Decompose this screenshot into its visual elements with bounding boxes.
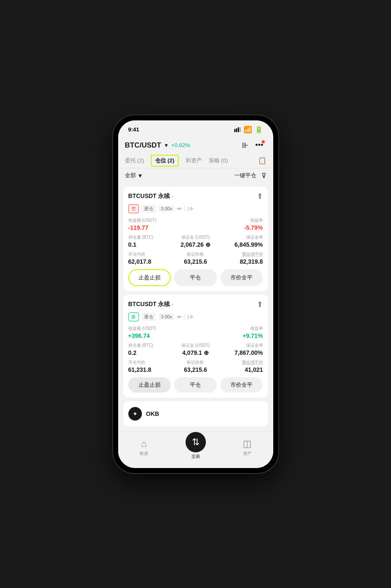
okb-icon-symbol: ✦ — [133, 410, 138, 417]
pnl-label-2: 收益额 (USDT) — [128, 326, 172, 332]
pair-arrow: ▼ — [164, 142, 169, 148]
pnl-value-2: +396.74 — [128, 332, 172, 339]
nav-trade-label: 交易 — [191, 454, 200, 460]
position-card-1: BTCUSDT 永续 › ⬆ 空 逐仓 3.00x ✏ | ⊪ 收益额 (USD… — [123, 187, 268, 291]
margin-rate-cell-1: 保证金率 6,845.99% — [219, 234, 263, 248]
liq-price-value-2: 41,021 — [219, 366, 263, 373]
stop-profit-loss-button-2[interactable]: 止盈止损 — [128, 377, 171, 393]
rate-label-2: 收益率 — [219, 326, 263, 332]
history-icon[interactable]: 📋 — [258, 157, 266, 164]
positions-content: BTCUSDT 永续 › ⬆ 空 逐仓 3.00x ✏ | ⊪ 收益额 (USD… — [118, 183, 273, 432]
close-position-button-1[interactable]: 平仓 — [174, 269, 217, 286]
action-buttons-1: 止盈止损 平仓 市价全平 — [128, 269, 263, 286]
margin-value-2: 4,079.1 ⊕ — [174, 349, 217, 356]
tabs-right: 📋 — [258, 156, 266, 164]
pnl-label-1: 收益额 (USDT) — [128, 217, 172, 223]
pnl-cell-2: 收益额 (USDT) +396.74 — [128, 326, 172, 339]
tab-assets[interactable]: 和资产 — [186, 153, 202, 168]
liq-price-label-1: 预估强平价 — [219, 251, 263, 257]
tags-row-2: 多 逐仓 3.00x ✏ | ⊪ — [128, 312, 263, 321]
signal-icon — [234, 127, 241, 132]
margin-rate-cell-2: 保证金率 7,867.00% — [219, 343, 263, 356]
svg-rect-1 — [236, 128, 237, 132]
card-title-1[interactable]: BTCUSDT 永续 — [128, 192, 170, 200]
close-position-button-2[interactable]: 平仓 — [174, 377, 217, 393]
market-close-button-1[interactable]: 市价全平 — [220, 269, 263, 286]
nav-trade-icon: ⇅ — [192, 437, 200, 448]
nav-item-exchange[interactable]: ⌂ 欧易 — [118, 438, 170, 457]
wifi-icon: 📶 — [244, 125, 252, 134]
margin-rate-label-2: 保证金率 — [219, 343, 263, 348]
liq-price-cell-2: 预估强平价 41,021 — [219, 359, 263, 373]
leverage-edit-icon-1[interactable]: ✏ — [177, 206, 182, 212]
mark-price-cell-1: 标记价格 63,215.6 — [174, 251, 217, 265]
rate-value-1: -5.79% — [219, 224, 263, 231]
filter-all[interactable]: 全部 ▼ — [125, 172, 143, 179]
card-header-left-1: BTCUSDT 永续 › — [128, 192, 173, 200]
card-title-2[interactable]: BTCUSDT 永续 — [128, 301, 170, 308]
battery-icon: 🔋 — [255, 125, 263, 134]
card-export-icon-1[interactable]: ⬆ — [257, 192, 263, 201]
direction-tag-1: 空 — [128, 204, 139, 213]
chart-icon[interactable]: ⊪ — [242, 141, 249, 150]
tag-info-2: | ⊪ — [187, 314, 194, 320]
action-buttons-2: 止盈止损 平仓 市价全平 — [128, 377, 263, 393]
mark-price-value-2: 63,215.6 — [174, 366, 217, 373]
open-price-label-1: 开仓均价 — [128, 251, 172, 257]
phone-screen: 9:41 📶 🔋 BTC/USDT ▼ +0.62% ⊪ — [118, 120, 273, 468]
okb-section[interactable]: ✦ OKB — [123, 401, 268, 426]
one-click-close-button[interactable]: 一键平仓 — [234, 172, 256, 179]
mode-tag-2: 逐仓 — [141, 313, 156, 321]
filter-all-label: 全部 — [125, 172, 136, 179]
status-time: 9:41 — [128, 126, 139, 133]
pnl-spacer-2 — [174, 326, 217, 339]
pnl-value-1: -119.77 — [128, 224, 172, 231]
holdings-label-1: 持仓量 (BTC) — [128, 234, 172, 240]
leverage-tag-1: 3.00x — [158, 205, 175, 212]
leverage-edit-icon-2[interactable]: ✏ — [177, 314, 182, 320]
open-price-cell-1: 开仓均价 62,017.8 — [128, 251, 172, 265]
rate-label-1: 收益率 — [219, 217, 263, 223]
mark-price-value-1: 63,215.6 — [174, 258, 217, 265]
nav-exchange-label: 欧易 — [140, 451, 148, 457]
market-close-button-2[interactable]: 市价全平 — [220, 377, 263, 393]
margin-cell-2: 保证金 (USDT) 4,079.1 ⊕ — [174, 343, 217, 356]
stop-profit-loss-button-1[interactable]: 止盈止损 — [128, 269, 171, 286]
tag-separator-1 — [184, 206, 185, 212]
position-card-2: BTCUSDT 永续 › ⬆ 多 逐仓 3.00x ✏ | ⊪ 收益额 (USD… — [123, 295, 268, 398]
tab-positions[interactable]: 仓位 (2) — [151, 155, 179, 167]
price-change: +0.62% — [171, 142, 190, 148]
status-bar: 9:41 📶 🔋 — [118, 120, 273, 139]
header: BTC/USDT ▼ +0.62% ⊪ ••• — [118, 139, 273, 153]
trading-pair[interactable]: BTC/USDT — [125, 141, 161, 150]
data-grid-2: 收益额 (USDT) +396.74 收益率 +9.71% 持仓量 (BTC) … — [128, 326, 263, 373]
direction-tag-2: 多 — [128, 312, 139, 321]
margin-cell-1: 保证金 (USDT) 2,067.26 ⊕ — [174, 234, 217, 248]
tag-separator-2 — [184, 314, 185, 320]
liq-price-label-2: 预估强平价 — [219, 359, 263, 365]
margin-label-2: 保证金 (USDT) — [174, 343, 217, 348]
tab-orders[interactable]: 委托 (2) — [125, 153, 144, 168]
svg-rect-2 — [238, 127, 239, 132]
margin-rate-value-2: 7,867.00% — [219, 349, 263, 356]
card-header-left-2: BTCUSDT 永续 › — [128, 301, 173, 308]
nav-item-assets[interactable]: ◫ 资产 — [222, 438, 273, 457]
nav-trade-center-btn[interactable]: ⇅ — [186, 432, 206, 452]
pnl-cell-1: 收益额 (USDT) -119.77 — [128, 217, 172, 231]
filter-funnel-icon[interactable]: ⊽ — [261, 172, 266, 180]
nav-item-trade[interactable]: ⇅ 交易 — [170, 435, 222, 460]
mark-price-cell-2: 标记价格 63,215.6 — [174, 359, 217, 373]
filter-row: 全部 ▼ 一键平仓 ⊽ — [118, 168, 273, 183]
tags-row-1: 空 逐仓 3.00x ✏ | ⊪ — [128, 204, 263, 213]
data-grid-1: 收益额 (USDT) -119.77 收益率 -5.79% 持仓量 (BTC) … — [128, 217, 263, 265]
open-price-cell-2: 开仓均价 61,231.8 — [128, 359, 172, 373]
mark-price-label-2: 标记价格 — [174, 359, 217, 365]
holdings-label-2: 持仓量 (BTC) — [128, 343, 172, 348]
nav-assets-label: 资产 — [243, 451, 252, 457]
holdings-value-2: 0.2 — [128, 349, 172, 356]
card-export-icon-2[interactable]: ⬆ — [257, 300, 263, 309]
rate-cell-1: 收益率 -5.79% — [219, 217, 263, 231]
svg-rect-0 — [234, 129, 236, 132]
svg-rect-3 — [239, 127, 241, 132]
tab-strategy[interactable]: 策略 (0) — [209, 153, 228, 168]
